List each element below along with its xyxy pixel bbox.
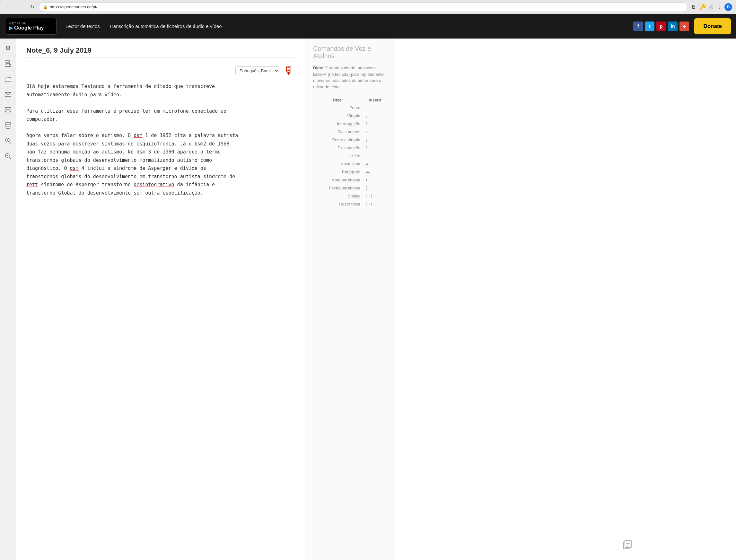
microphone-icon[interactable]: 🎙	[283, 64, 295, 77]
command-insert: ;	[363, 136, 387, 144]
sidebar-icon-print[interactable]	[2, 119, 14, 131]
command-insert: -	[363, 152, 387, 160]
note-title: Note_6, 9 July 2019	[26, 46, 295, 55]
toolbar-row: Português, Brasil English (US) Español 🎙	[26, 64, 295, 77]
reload-button[interactable]: ↻	[28, 3, 36, 11]
cast-icon[interactable]: 🖥	[690, 4, 697, 11]
lock-icon: 🔒	[43, 5, 48, 9]
command-say: Abre parêntese	[313, 176, 363, 184]
browser-actions: 🖥 🔑 ☆ ⋮ B	[690, 3, 732, 11]
underlined-word: desintegrativo	[134, 182, 174, 188]
command-row: Interrogação?	[313, 120, 387, 128]
facebook-icon[interactable]: f	[633, 22, 643, 31]
sidebar-icon-mail[interactable]	[2, 89, 14, 100]
social-icons: f t p in +	[633, 22, 689, 31]
command-say: Fecha parêntese	[313, 184, 363, 192]
sidebar-icon-mail-alt[interactable]	[2, 104, 14, 116]
command-insert: ,	[363, 112, 387, 120]
svg-rect-13	[6, 126, 10, 128]
donate-button[interactable]: Donate	[694, 18, 731, 34]
command-say: Ponto e vírgula	[313, 136, 363, 144]
command-say: Smiley	[313, 192, 363, 200]
forward-button[interactable]: →	[16, 3, 26, 11]
underlined-word: dsm	[70, 165, 78, 171]
command-insert: ?	[363, 120, 387, 128]
address-bar[interactable]: 🔒	[39, 2, 688, 12]
command-row: Abre parêntese(	[313, 176, 387, 184]
command-say: Vírgula	[313, 112, 363, 120]
command-say: Rosto triste	[313, 200, 363, 208]
nav-lector-textos[interactable]: Lector de textos	[62, 21, 104, 31]
command-insert: )	[363, 184, 387, 192]
underlined-word: bsm2	[195, 141, 206, 147]
get-it-on-label: GET IT ON	[9, 22, 52, 25]
twitter-icon[interactable]: t	[645, 22, 654, 31]
back-button[interactable]: ←	[4, 3, 13, 11]
command-say: Nova linha	[313, 160, 363, 168]
sidebar-icon-zoom-out[interactable]	[2, 150, 14, 162]
command-row: Nova linha↵	[313, 160, 387, 168]
right-panel: Comandos de Voz e Atalhos Dica: Durante …	[305, 39, 395, 560]
command-say: Hífen	[313, 152, 363, 160]
command-row: Hífen-	[313, 152, 387, 160]
command-say: Interrogação	[313, 120, 363, 128]
url-input[interactable]	[50, 4, 684, 9]
command-row: Smiley:-)	[313, 192, 387, 200]
command-say: Parágrafo	[313, 168, 363, 176]
underlined-word: dsm	[134, 133, 142, 138]
svg-line-16	[9, 142, 11, 144]
linkedin-icon[interactable]: in	[668, 22, 678, 31]
command-say: Dois pontos	[313, 128, 363, 136]
avatar[interactable]: B	[724, 3, 732, 11]
command-row: Ponto.	[313, 104, 387, 112]
command-insert: (	[363, 176, 387, 184]
command-row: Exclamação!	[313, 144, 387, 152]
panel-title: Comandos de Voz e Atalhos	[313, 45, 387, 60]
svg-line-20	[9, 157, 11, 159]
command-insert: ↵↵	[363, 168, 387, 176]
command-row: Dois pontos:	[313, 128, 387, 136]
command-insert: :-)	[363, 192, 387, 200]
command-say: Ponto	[313, 104, 363, 112]
command-insert: ↵	[363, 160, 387, 168]
main-layout: ⚙	[0, 39, 736, 560]
store-name-label: ▶ Google Play	[9, 25, 52, 31]
content-area: Note_6, 9 July 2019 Português, Brasil En…	[16, 39, 305, 560]
divider	[26, 57, 295, 57]
command-row: Vírgula,	[313, 112, 387, 120]
command-insert: :	[363, 128, 387, 136]
site-header: GET IT ON ▶ Google Play Lector de textos…	[0, 14, 736, 39]
key-icon[interactable]: 🔑	[699, 3, 706, 11]
tip-text: Durante o ditado, pressione Enter↵ (no t…	[313, 66, 384, 89]
play-triangle-icon: ▶	[9, 25, 13, 31]
copy-icon[interactable]	[622, 538, 633, 552]
browser-chrome: ← → ↻ 🔒 🖥 🔑 ☆ ⋮ B	[0, 0, 736, 14]
panel-tip: Dica: Durante o ditado, pressione Enter↵…	[313, 65, 387, 90]
underlined-word: rett	[26, 182, 38, 188]
pinterest-icon[interactable]: p	[656, 22, 666, 31]
command-row: Ponto e vírgula;	[313, 136, 387, 144]
col-say: Dizer	[313, 96, 363, 104]
bookmark-icon[interactable]: ☆	[708, 3, 714, 11]
site-nav: Lector de textos Transcrição automática …	[62, 23, 226, 29]
command-insert: !	[363, 144, 387, 152]
command-row: Rosto triste:-(	[313, 200, 387, 208]
commands-table: Dizer Inserir Ponto.Vírgula,Interrogação…	[313, 96, 387, 208]
underlined-word: dsm	[136, 149, 145, 155]
sidebar-icon-settings[interactable]: ⚙	[2, 42, 14, 54]
language-select[interactable]: Português, Brasil English (US) Español	[235, 66, 279, 75]
note-body[interactable]: Olá hoje estaremos Testando a ferramenta…	[26, 83, 295, 197]
col-insert: Inserir	[363, 96, 387, 104]
google-play-badge[interactable]: GET IT ON ▶ Google Play	[5, 18, 57, 35]
command-row: Fecha parêntese)	[313, 184, 387, 192]
command-row: Parágrafo↵↵	[313, 168, 387, 176]
menu-icon[interactable]: ⋮	[716, 3, 723, 11]
sidebar-icon-folder[interactable]	[2, 73, 14, 85]
sidebar-icon-zoom-in[interactable]	[2, 135, 14, 146]
gplus-icon[interactable]: +	[679, 22, 689, 31]
command-insert: :-(	[363, 200, 387, 208]
sidebar-icon-add-note[interactable]	[2, 58, 14, 69]
sidebar: ⚙	[0, 39, 16, 560]
nav-transcricao[interactable]: Transcrição automática de ficheiros de á…	[105, 21, 225, 31]
tip-label: Dica:	[313, 66, 323, 70]
